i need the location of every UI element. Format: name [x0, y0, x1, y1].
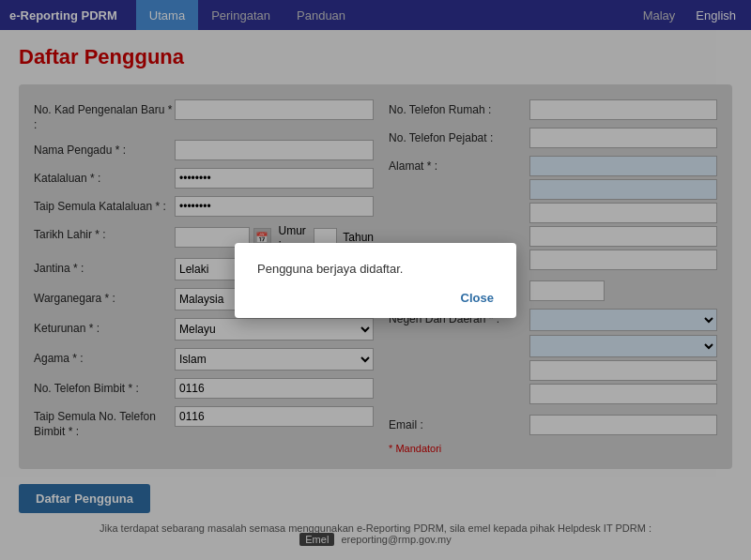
- dialog-close-button[interactable]: Close: [461, 291, 494, 305]
- dialog-overlay: Pengguna berjaya didaftar. Close: [0, 0, 751, 560]
- dialog: Pengguna berjaya didaftar. Close: [235, 243, 516, 318]
- dialog-footer: Close: [257, 291, 494, 305]
- dialog-message: Pengguna berjaya didaftar.: [257, 262, 494, 276]
